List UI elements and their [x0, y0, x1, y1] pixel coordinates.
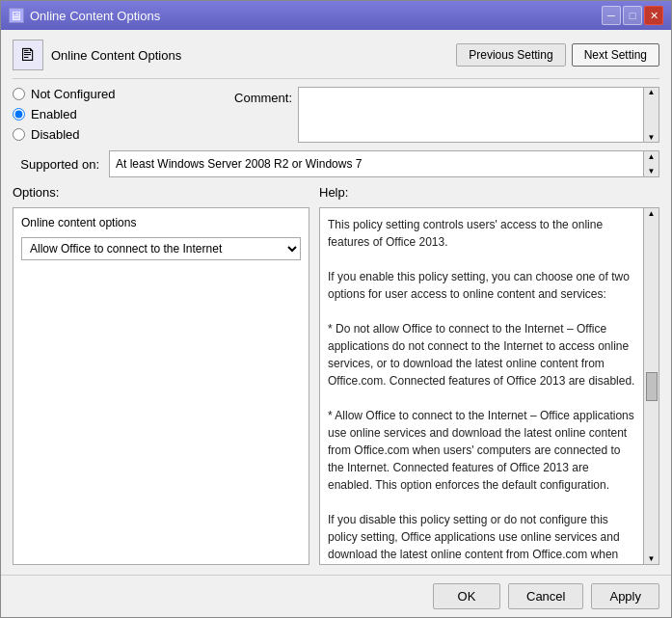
title-bar: 🖥 Online Content Options ─ □ ✕	[1, 1, 671, 30]
radio-comment-row: Not Configured Enabled Disabled Comment:	[13, 87, 659, 143]
scroll-down-arrow[interactable]: ▼	[648, 167, 656, 175]
next-setting-button[interactable]: Next Setting	[572, 43, 659, 67]
help-paragraph-3: If you disable this policy setting or do…	[328, 513, 625, 564]
comment-scrollbar[interactable]: ▲ ▼	[643, 88, 659, 142]
options-dropdown[interactable]: Do not allow Office to connect to the In…	[21, 237, 301, 260]
disabled-row: Disabled	[13, 127, 225, 142]
comment-box-wrapper: ▲ ▼	[298, 87, 659, 143]
options-panel: Online content options Do not allow Offi…	[13, 207, 309, 565]
ok-button[interactable]: OK	[433, 583, 500, 609]
comment-label: Comment:	[234, 87, 292, 105]
main-window: 🖥 Online Content Options ─ □ ✕ 🖹 Online …	[0, 0, 672, 618]
not-configured-label: Not Configured	[31, 87, 115, 101]
header-title: Online Content Options	[51, 48, 181, 63]
supported-section: Supported on: At least Windows Server 20…	[13, 150, 659, 177]
scroll-down-arrow[interactable]: ▼	[648, 133, 656, 142]
close-button[interactable]: ✕	[644, 6, 663, 25]
supported-label: Supported on:	[13, 157, 99, 172]
not-configured-radio[interactable]	[13, 88, 25, 100]
apply-button[interactable]: Apply	[591, 583, 659, 609]
previous-setting-button[interactable]: Previous Setting	[456, 43, 565, 67]
top-bar: 🖹 Online Content Options Previous Settin…	[13, 40, 659, 79]
help-bullet-1: * Do not allow Office to connect to the …	[328, 322, 634, 388]
help-section-label: Help:	[319, 185, 659, 200]
help-bullet-2: * Allow Office to connect to the Interne…	[328, 409, 634, 492]
options-section-label: Options:	[13, 185, 309, 200]
help-paragraph-1: This policy setting controls users' acce…	[328, 218, 603, 249]
help-paragraph-2: If you enable this policy setting, you c…	[328, 270, 630, 301]
scroll-up-arrow[interactable]: ▲	[648, 88, 656, 96]
help-scrollbar[interactable]: ▲ ▼	[643, 208, 659, 564]
enabled-label: Enabled	[31, 107, 77, 121]
supported-box-wrapper: At least Windows Server 2008 R2 or Windo…	[109, 150, 659, 177]
radio-section: Not Configured Enabled Disabled	[13, 87, 225, 142]
section-labels: Options: Help:	[13, 185, 659, 200]
supported-scrollbar[interactable]: ▲ ▼	[643, 151, 659, 176]
minimize-button[interactable]: ─	[602, 6, 621, 25]
window-title: Online Content Options	[30, 9, 160, 23]
cancel-button[interactable]: Cancel	[508, 583, 583, 609]
restore-button[interactable]: □	[623, 6, 642, 25]
comment-textarea[interactable]	[299, 88, 643, 142]
help-panel: This policy setting controls users' acce…	[319, 207, 659, 565]
enabled-row: Enabled	[13, 107, 225, 121]
supported-value: At least Windows Server 2008 R2 or Windo…	[110, 151, 643, 176]
title-bar-buttons: ─ □ ✕	[602, 6, 663, 25]
help-scroll-down[interactable]: ▼	[648, 554, 656, 563]
content-area: 🖹 Online Content Options Previous Settin…	[1, 30, 671, 575]
window-icon: 🖥	[9, 8, 24, 23]
comment-row: Comment: ▲ ▼	[234, 87, 659, 143]
title-bar-left: 🖥 Online Content Options	[9, 8, 160, 23]
nav-buttons: Previous Setting Next Setting	[456, 43, 659, 67]
options-panel-title: Online content options	[21, 216, 301, 229]
disabled-label: Disabled	[31, 127, 80, 142]
header-icon: 🖹	[13, 40, 43, 70]
scroll-up-arrow[interactable]: ▲	[648, 152, 656, 161]
enabled-radio[interactable]	[13, 108, 25, 121]
panels: Online content options Do not allow Offi…	[13, 207, 659, 565]
not-configured-row: Not Configured	[13, 87, 225, 101]
help-text: This policy setting controls users' acce…	[320, 208, 643, 564]
help-scroll-up[interactable]: ▲	[648, 209, 656, 218]
bottom-bar: OK Cancel Apply	[1, 575, 671, 617]
disabled-radio[interactable]	[13, 128, 25, 141]
comment-section: Comment: ▲ ▼	[234, 87, 659, 143]
help-scroll-thumb[interactable]	[646, 372, 658, 401]
